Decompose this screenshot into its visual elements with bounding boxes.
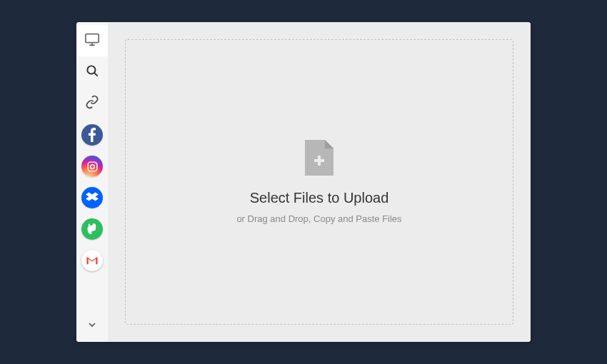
dropzone-title: Select Files to Upload <box>250 190 389 206</box>
add-file-icon <box>305 140 333 178</box>
dropbox-icon <box>81 187 103 208</box>
source-link[interactable] <box>76 88 108 119</box>
evernote-icon <box>81 218 103 240</box>
monitor-icon <box>84 31 100 50</box>
gmail-icon <box>81 250 103 271</box>
source-my-device[interactable] <box>76 25 108 56</box>
svg-rect-5 <box>88 162 97 171</box>
link-icon <box>85 95 99 112</box>
dropzone-subtitle: or Drag and Drop, Copy and Paste Files <box>236 213 401 224</box>
svg-line-4 <box>94 72 97 76</box>
source-facebook[interactable] <box>76 119 108 151</box>
more-sources-button[interactable] <box>76 310 108 342</box>
search-icon <box>86 64 99 81</box>
source-evernote[interactable] <box>76 213 108 245</box>
source-sidebar <box>76 22 108 342</box>
source-instagram[interactable] <box>76 151 108 182</box>
chevron-down-icon <box>86 319 98 333</box>
svg-point-3 <box>87 66 95 74</box>
main-panel: Select Files to Upload or Drag and Drop,… <box>108 22 531 342</box>
svg-point-6 <box>90 164 94 168</box>
svg-rect-0 <box>86 34 99 43</box>
source-gmail[interactable] <box>76 245 108 276</box>
svg-point-7 <box>94 163 95 163</box>
source-dropbox[interactable] <box>76 182 108 213</box>
file-picker-modal: Select Files to Upload or Drag and Drop,… <box>76 22 531 342</box>
facebook-icon <box>81 124 103 146</box>
source-web-search[interactable] <box>76 56 108 88</box>
instagram-icon <box>81 156 103 177</box>
dropzone[interactable]: Select Files to Upload or Drag and Drop,… <box>125 39 513 325</box>
